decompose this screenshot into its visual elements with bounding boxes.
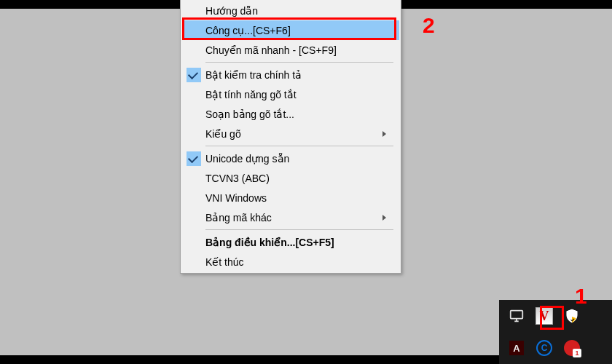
menu-label: TCVN3 (ABC) bbox=[205, 173, 386, 184]
context-menu: Hướng dẫn Công cụ...[CS+F6] Chuyển mã nh… bbox=[180, 0, 401, 274]
menu-item-vni-windows[interactable]: VNI Windows bbox=[182, 188, 399, 207]
adobe-icon[interactable]: A bbox=[508, 339, 525, 357]
menu-item-unicode[interactable]: Unicode dựng sẵn bbox=[182, 149, 399, 168]
tray-row: V bbox=[499, 300, 612, 332]
menu-label: Hướng dẫn bbox=[205, 5, 386, 17]
menu-label: Kết thúc bbox=[205, 256, 386, 268]
menu-item-soan-bang[interactable]: Soạn bảng gõ tắt... bbox=[182, 104, 399, 124]
chevron-right-icon bbox=[382, 131, 386, 137]
annotation-number-2: 2 bbox=[423, 13, 435, 38]
menu-item-bang-dieu-khien[interactable]: Bảng điều khiển...[CS+F5] bbox=[182, 232, 399, 252]
menu-label: Công cụ...[CS+F6] bbox=[205, 25, 386, 36]
icon-slot bbox=[182, 151, 205, 166]
unikey-tray-icon[interactable]: V bbox=[536, 307, 553, 325]
menu-item-cong-cu[interactable]: Công cụ...[CS+F6] bbox=[182, 20, 399, 40]
menu-item-huong-dan[interactable]: Hướng dẫn bbox=[182, 1, 399, 20]
menu-item-ket-thuc[interactable]: Kết thúc bbox=[182, 252, 399, 272]
notification-badge: 1 bbox=[573, 349, 581, 357]
check-icon bbox=[187, 151, 201, 166]
menu-label: Kiểu gõ bbox=[205, 128, 382, 140]
adobe-a-icon: A bbox=[509, 341, 524, 355]
menu-label: Bật kiểm tra chính tả bbox=[205, 69, 386, 81]
menu-item-bat-tinh-nang[interactable]: Bật tính năng gõ tắt bbox=[182, 84, 399, 104]
notification-circle-icon: 1 bbox=[564, 340, 580, 356]
menu-item-kieu-go[interactable]: Kiểu gõ bbox=[182, 124, 399, 143]
menu-item-bang-ma-khac[interactable]: Bảng mã khác bbox=[182, 207, 399, 227]
menu-label: Chuyển mã nhanh - [CS+F9] bbox=[205, 44, 386, 56]
menu-separator bbox=[205, 62, 393, 63]
tray-row: A C 1 bbox=[499, 332, 612, 364]
check-icon bbox=[187, 68, 201, 82]
annotation-number-1: 1 bbox=[575, 284, 587, 309]
monitor-icon[interactable] bbox=[508, 307, 525, 325]
chevron-right-icon bbox=[382, 215, 386, 221]
menu-label: Bảng mã khác bbox=[205, 212, 382, 223]
v-icon: V bbox=[536, 307, 553, 325]
menu-label: Unicode dựng sẵn bbox=[205, 153, 386, 165]
security-shield-icon[interactable] bbox=[563, 307, 581, 325]
menu-item-chuyen-ma[interactable]: Chuyển mã nhanh - [CS+F9] bbox=[182, 40, 399, 60]
menu-item-tcvn3[interactable]: TCVN3 (ABC) bbox=[182, 168, 399, 188]
c-circle-icon: C bbox=[536, 340, 552, 356]
svg-rect-0 bbox=[511, 311, 523, 319]
copyright-icon[interactable]: C bbox=[536, 339, 553, 357]
menu-label: Bật tính năng gõ tắt bbox=[205, 89, 386, 100]
icon-slot bbox=[182, 68, 205, 82]
menu-separator bbox=[205, 146, 393, 146]
menu-label: Soạn bảng gõ tắt... bbox=[205, 108, 386, 120]
menu-label: VNI Windows bbox=[205, 192, 386, 204]
menu-separator bbox=[205, 229, 393, 230]
menu-item-bat-kiem-tra[interactable]: Bật kiểm tra chính tả bbox=[182, 65, 399, 84]
system-tray: V A C 1 bbox=[499, 300, 612, 364]
menu-label: Bảng điều khiển...[CS+F5] bbox=[205, 237, 386, 248]
red-circle-icon[interactable]: 1 bbox=[563, 339, 581, 357]
